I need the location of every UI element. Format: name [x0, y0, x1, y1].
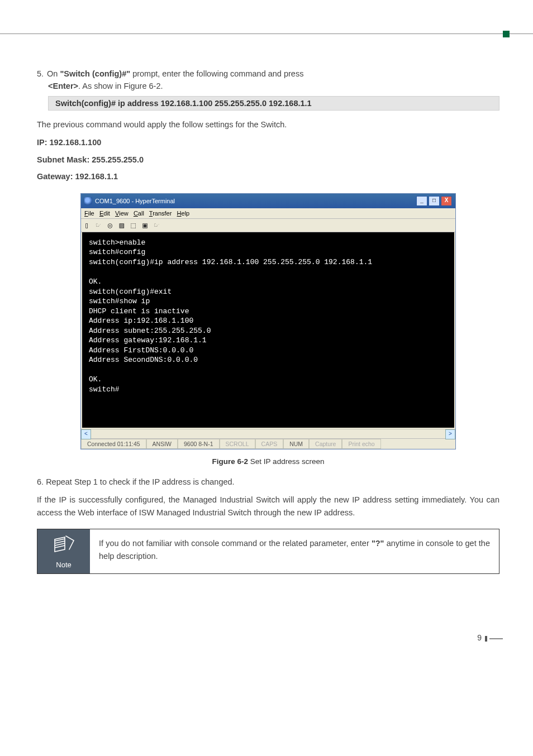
menu-call[interactable]: Call [134, 210, 144, 217]
note-icon [51, 535, 76, 555]
close-button[interactable]: X [441, 196, 452, 206]
gateway-line: Gateway: 192.168.1.1 [37, 170, 499, 183]
menu-bar: FFileile Edit View Call Transfer Help [81, 208, 455, 219]
prev-cmd-text: The previous command would apply the fol… [37, 118, 499, 131]
figure-text: Set IP address screen [248, 457, 324, 466]
status-printecho: Print echo [342, 439, 380, 449]
horizontal-scrollbar[interactable]: < > [81, 429, 455, 438]
scroll-left-icon[interactable]: < [81, 429, 91, 439]
menu-transfer[interactable]: Transfer [149, 210, 172, 217]
window-title: COM1_9600 - HyperTerminal [95, 198, 175, 204]
step5-paragraph: 5.On "Switch (config)#" prompt, enter th… [37, 68, 499, 93]
step6-paragraph: 6. Repeat Step 1 to check if the IP addr… [37, 476, 499, 488]
page-footer: 9 [0, 591, 533, 659]
menu-file[interactable]: FFileile [84, 210, 94, 217]
step5-t3: . As show in Figure 6-2. [78, 82, 163, 90]
page-number: 9 [477, 633, 482, 642]
step5-t2: prompt, enter the following command and … [130, 69, 303, 78]
footer-line [489, 638, 503, 639]
status-num: NUM [283, 439, 309, 449]
status-caps: CAPS [255, 439, 284, 449]
step5-enter: <Enter> [48, 82, 78, 90]
status-ansiw: ANSIW [146, 439, 178, 449]
hyperterminal-window: COM1_9600 - HyperTerminal _ □ X FFileile… [80, 193, 456, 449]
footer-rule-icon [485, 636, 487, 642]
note-text: If you do not familiar with console comm… [90, 529, 499, 573]
status-baud: 9600 8-N-1 [178, 439, 220, 449]
menu-help[interactable]: Help [177, 210, 190, 217]
window-titlebar: COM1_9600 - HyperTerminal _ □ X [81, 194, 455, 208]
step6-text: Repeat Step 1 to check if the IP address… [46, 477, 234, 486]
status-bar: Connected 01:11:45 ANSIW 9600 8-N-1 SCRO… [81, 438, 455, 449]
note-q: "?" [372, 539, 384, 548]
status-connected: Connected 01:11:45 [81, 439, 146, 449]
maximize-button[interactable]: □ [429, 196, 440, 206]
step5-t1: On [47, 69, 60, 78]
ip-line: IP: 192.168.1.100 [37, 136, 499, 149]
result-paragraph: If the IP is successfully configured, th… [37, 494, 499, 519]
note-box: Note If you do not familiar with console… [37, 529, 499, 574]
step6-number: 6. [37, 477, 44, 486]
note-t1: If you do not familiar with console comm… [99, 539, 372, 548]
status-scroll: SCROLL [220, 439, 255, 449]
status-capture: Capture [309, 439, 342, 449]
menu-edit[interactable]: Edit [99, 210, 110, 217]
step5-number: 5. [37, 68, 47, 80]
scroll-right-icon[interactable]: > [445, 429, 455, 439]
terminal-output[interactable]: switch>enable switch#config switch(confi… [81, 232, 455, 429]
app-icon [84, 197, 92, 205]
toolbar[interactable]: ▯ ☞ ◎ ▨ ⬚ ▣ ☞ [81, 219, 455, 232]
command-bar: Switch(config)# ip address 192.168.1.100… [48, 96, 499, 111]
step5-prompt: "Switch (config)#" [60, 69, 130, 78]
note-sidebar: Note [37, 529, 90, 573]
minimize-button[interactable]: _ [416, 196, 427, 206]
figure-label: Figure 6-2 [212, 457, 249, 466]
subnet-line: Subnet Mask: 255.255.255.0 [37, 154, 499, 166]
figure-caption: Figure 6-2 Set IP address screen [37, 457, 499, 466]
menu-view[interactable]: View [115, 210, 129, 217]
header-rule [0, 34, 533, 36]
note-label: Note [40, 561, 88, 569]
